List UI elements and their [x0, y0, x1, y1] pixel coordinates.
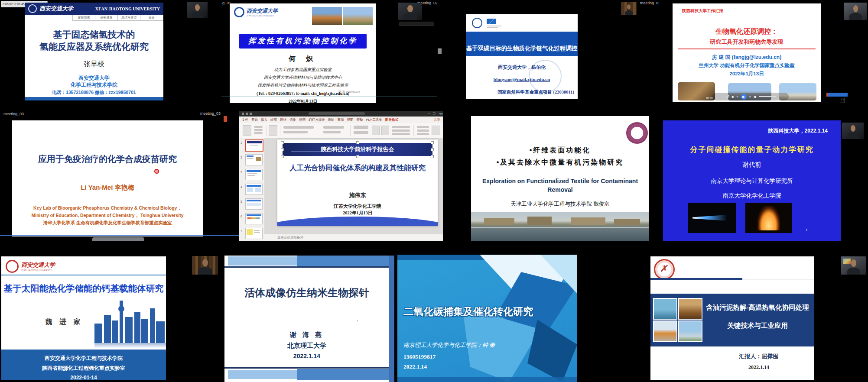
font-style-buttons[interactable]	[283, 131, 308, 133]
meeting-control-pill[interactable]	[92, 237, 144, 241]
tab-pdf-tools[interactable]: PDF工具集	[366, 118, 383, 122]
rewind-icon[interactable]: «	[736, 95, 738, 99]
xjtu-logo-icon	[234, 7, 244, 17]
tab-slideshow[interactable]: 幻灯片放映	[309, 118, 325, 122]
shapes-gallery[interactable]	[354, 126, 368, 129]
progress-bar[interactable]	[759, 96, 776, 97]
slide-5: 应用于免疫治疗的化学合成疫苗研究 LI Yan-Mei 李艳梅 Key Lab …	[12, 120, 203, 236]
slide-thumbnail-2[interactable]	[245, 154, 263, 165]
shape-outline-button[interactable]	[392, 129, 410, 132]
save-icon[interactable]	[242, 113, 244, 115]
webcam-thumbnail-8[interactable]	[842, 123, 864, 139]
fast-forward-icon[interactable]: »	[749, 95, 751, 99]
shapes-gallery-row2[interactable]	[354, 131, 368, 134]
undo-icon[interactable]	[246, 113, 248, 115]
slide11-title: 二氧化碳捕集及催化转化研究	[403, 306, 533, 317]
floating-toolbar[interactable]	[826, 93, 848, 97]
selection-handle[interactable]	[281, 148, 284, 151]
selection-handle[interactable]	[281, 155, 284, 158]
quick-styles-button[interactable]	[381, 126, 389, 135]
participant-face	[202, 259, 208, 266]
mini-player-strip[interactable]	[399, 22, 434, 26]
tab-view[interactable]: 视图	[347, 118, 354, 122]
slide9-footer-band: 西安交通大学化学工程与技术学院 陕西省能源化工过程强化重点实验室 2022-01…	[1, 350, 166, 380]
selection-handle[interactable]	[431, 155, 434, 158]
shape-effects-button[interactable]	[392, 133, 410, 135]
find-button[interactable]	[417, 126, 429, 128]
slide-thumbnail-1[interactable]	[245, 139, 263, 152]
selection-handle[interactable]	[356, 141, 359, 144]
tab-home[interactable]: 开始	[251, 118, 258, 122]
webcam-thumbnail-3[interactable]	[621, 2, 637, 15]
copy-button[interactable]	[254, 129, 263, 131]
selection-handle[interactable]	[431, 148, 434, 151]
powerpoint-icon[interactable]	[224, 116, 227, 122]
ppt-notes-bar[interactable]: 单击此处添加备注	[264, 234, 443, 241]
slide8-presenter: 谢代前	[663, 161, 841, 168]
tab-picture-format[interactable]: 图片格式	[385, 118, 398, 122]
tab-draw[interactable]: 绘图	[270, 118, 277, 122]
flame	[757, 206, 780, 230]
tab-animations[interactable]: 动画	[299, 118, 306, 122]
slide2-title-banner: 挥发性有机污染物控制化学	[239, 34, 367, 49]
screen-share-tile-11: 二氧化碳捕集及催化转化研究 南京理工大学化学与化工学院：钟 秦 13605199…	[397, 255, 647, 382]
tab-file[interactable]: 文件	[242, 118, 248, 122]
slide-thumbnail-7[interactable]	[245, 228, 263, 239]
select-button[interactable]	[417, 133, 429, 135]
webcam-thumbnail-12[interactable]	[841, 256, 866, 275]
tab-help[interactable]: 帮助	[357, 118, 363, 122]
slide-thumbnail-5[interactable]	[245, 198, 263, 210]
slide-thumbnail-6[interactable]	[245, 213, 263, 224]
webcam-thumbnail-1[interactable]	[187, 2, 208, 18]
minimize-icon[interactable]: –	[428, 111, 430, 115]
stop-icon[interactable]: ■	[731, 95, 734, 99]
arrange-button[interactable]	[372, 126, 380, 135]
font-selector[interactable]	[283, 126, 314, 129]
play-icon[interactable]: ▶	[741, 94, 747, 100]
format-painter-button[interactable]	[254, 132, 263, 134]
search-bar[interactable]	[309, 112, 365, 115]
maximize-icon[interactable]: ▢	[432, 112, 436, 115]
replace-button[interactable]	[417, 129, 429, 132]
cut-button[interactable]	[254, 126, 263, 128]
share-button[interactable]: 共享	[434, 118, 440, 122]
new-slide-button[interactable]	[269, 125, 277, 136]
list-buttons[interactable]	[323, 131, 341, 133]
tab-insert[interactable]: 插入	[261, 118, 267, 122]
slide8-org2: 南京大学化学化工学院	[663, 192, 841, 199]
tab-record[interactable]: 录制	[328, 118, 335, 122]
designer-button[interactable]	[432, 126, 440, 135]
meeting-window-label: meeting_03	[200, 111, 221, 116]
slide-thumbnail-3[interactable]	[245, 169, 263, 180]
selection-handle[interactable]	[431, 141, 434, 144]
xian-shiyou-university-seal: ✗	[654, 259, 675, 280]
taskbar-icon[interactable]	[438, 49, 442, 54]
paste-button[interactable]	[243, 125, 251, 136]
ribbon-divider	[266, 125, 267, 136]
paragraph-buttons[interactable]	[323, 126, 344, 129]
redo-icon[interactable]	[250, 113, 252, 115]
screen-share-tile-4: 陕西科技大学工作汇报 生物氧化还原调控： 研究工具开发和药物先导发现 房 建 国…	[659, 0, 868, 104]
rotate-icon[interactable]: ↺	[726, 95, 729, 99]
shape-fill-button[interactable]	[392, 126, 410, 128]
slide6-org: 江苏大学化学化工学院	[277, 204, 438, 209]
webcam-thumbnail-4[interactable]	[844, 3, 867, 20]
slide6-banner[interactable]: 陕西科技大学前沿科学报告会	[283, 143, 432, 156]
selection-handle[interactable]	[356, 155, 359, 158]
webcam-thumbnail-9[interactable]	[192, 256, 218, 275]
partner-logo-text	[487, 26, 501, 26]
slide9-date: 2022-01-14	[1, 375, 166, 380]
slide1-footer-bar	[25, 97, 163, 100]
slide-thumbnail-4[interactable]	[245, 184, 263, 195]
ppt-title-bar[interactable]: – ▢ ×	[239, 111, 443, 117]
tab-design[interactable]: 设计	[280, 118, 286, 122]
volume-icon[interactable]: ◆	[754, 95, 756, 99]
expand-icon[interactable]: ⛶	[840, 98, 845, 103]
tab-review[interactable]: 审阅	[338, 118, 344, 122]
selection-handle[interactable]	[281, 141, 284, 144]
slide-3: 基于双碳目标的生物质化学链气化过程调控 西安交通大学，杨伯伦 blunyang@…	[466, 14, 578, 99]
webcam-thumbnail-2[interactable]	[398, 3, 422, 20]
slide8-image-plasma	[688, 203, 736, 233]
window-border-line	[221, 97, 437, 97]
tab-transitions[interactable]: 切换	[289, 118, 296, 122]
